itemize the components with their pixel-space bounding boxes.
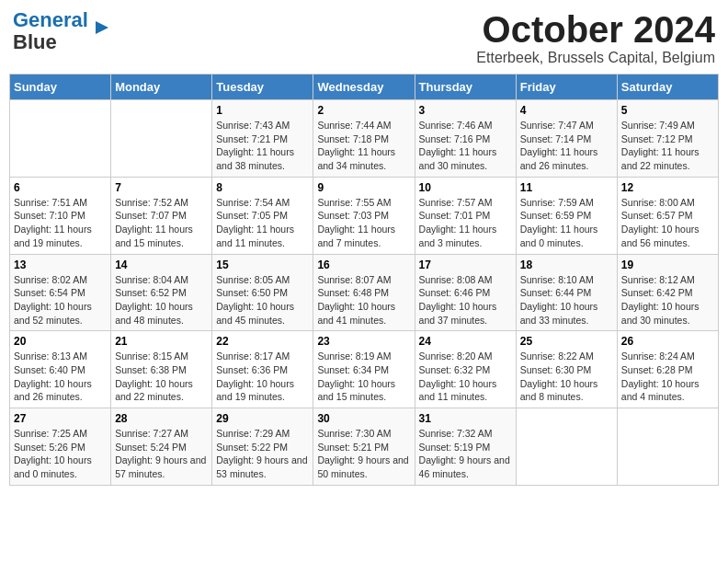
calendar-cell: 19Sunrise: 8:12 AM Sunset: 6:42 PM Dayli…	[617, 254, 718, 331]
calendar-cell: 14Sunrise: 8:04 AM Sunset: 6:52 PM Dayli…	[111, 254, 212, 331]
calendar-week-row: 13Sunrise: 8:02 AM Sunset: 6:54 PM Dayli…	[10, 254, 719, 331]
day-info: Sunrise: 7:32 AM Sunset: 5:19 PM Dayligh…	[419, 427, 512, 481]
day-number: 28	[115, 412, 208, 425]
calendar-cell	[516, 408, 617, 486]
page-header: General Blue October 2024 Etterbeek, Bru…	[9, 9, 719, 66]
day-number: 10	[419, 181, 512, 194]
day-info: Sunrise: 8:19 AM Sunset: 6:34 PM Dayligh…	[317, 350, 410, 404]
calendar-cell: 13Sunrise: 8:02 AM Sunset: 6:54 PM Dayli…	[10, 254, 111, 331]
day-info: Sunrise: 7:59 AM Sunset: 6:59 PM Dayligh…	[520, 196, 613, 250]
day-number: 12	[621, 181, 714, 194]
calendar-cell: 3Sunrise: 7:46 AM Sunset: 7:16 PM Daylig…	[415, 100, 516, 178]
day-info: Sunrise: 7:54 AM Sunset: 7:05 PM Dayligh…	[216, 196, 309, 250]
day-number: 24	[419, 335, 512, 348]
day-number: 6	[14, 181, 107, 194]
day-number: 18	[520, 259, 613, 271]
day-number: 5	[621, 104, 714, 117]
day-header: Friday	[516, 75, 617, 100]
day-number: 20	[14, 335, 107, 348]
day-info: Sunrise: 7:52 AM Sunset: 7:07 PM Dayligh…	[115, 196, 208, 250]
day-info: Sunrise: 7:43 AM Sunset: 7:21 PM Dayligh…	[216, 119, 309, 173]
day-number: 22	[216, 335, 309, 348]
page-title: October 2024	[476, 9, 715, 50]
day-number: 7	[115, 181, 208, 194]
day-number: 3	[419, 104, 512, 117]
calendar-cell: 22Sunrise: 8:17 AM Sunset: 6:36 PM Dayli…	[212, 331, 313, 408]
calendar-cell: 21Sunrise: 8:15 AM Sunset: 6:38 PM Dayli…	[111, 331, 212, 408]
day-info: Sunrise: 8:17 AM Sunset: 6:36 PM Dayligh…	[216, 350, 309, 404]
calendar-body: 1Sunrise: 7:43 AM Sunset: 7:21 PM Daylig…	[10, 100, 719, 486]
calendar-table: SundayMondayTuesdayWednesdayThursdayFrid…	[9, 74, 719, 486]
calendar-cell: 8Sunrise: 7:54 AM Sunset: 7:05 PM Daylig…	[212, 177, 313, 254]
day-header: Sunday	[10, 75, 111, 100]
logo: General Blue	[13, 9, 112, 53]
day-info: Sunrise: 7:57 AM Sunset: 7:01 PM Dayligh…	[419, 196, 512, 250]
day-header: Thursday	[415, 75, 516, 100]
day-info: Sunrise: 7:55 AM Sunset: 7:03 PM Dayligh…	[317, 196, 410, 250]
day-number: 11	[520, 181, 613, 194]
day-number: 25	[520, 335, 613, 348]
day-number: 4	[520, 104, 613, 117]
calendar-cell	[10, 100, 111, 178]
calendar-cell: 20Sunrise: 8:13 AM Sunset: 6:40 PM Dayli…	[10, 331, 111, 408]
calendar-cell: 11Sunrise: 7:59 AM Sunset: 6:59 PM Dayli…	[516, 177, 617, 254]
calendar-cell	[617, 408, 718, 486]
day-number: 15	[216, 259, 309, 271]
day-info: Sunrise: 8:22 AM Sunset: 6:30 PM Dayligh…	[520, 350, 613, 404]
day-info: Sunrise: 7:27 AM Sunset: 5:24 PM Dayligh…	[115, 427, 208, 481]
day-info: Sunrise: 7:47 AM Sunset: 7:14 PM Dayligh…	[520, 119, 613, 173]
day-info: Sunrise: 8:10 AM Sunset: 6:44 PM Dayligh…	[520, 273, 613, 327]
day-number: 27	[14, 412, 107, 425]
calendar-cell: 7Sunrise: 7:52 AM Sunset: 7:07 PM Daylig…	[111, 177, 212, 254]
day-number: 2	[317, 104, 410, 117]
calendar-cell: 25Sunrise: 8:22 AM Sunset: 6:30 PM Dayli…	[516, 331, 617, 408]
logo-text: General Blue	[13, 9, 88, 53]
calendar-cell: 17Sunrise: 8:08 AM Sunset: 6:46 PM Dayli…	[415, 254, 516, 331]
day-number: 13	[14, 259, 107, 271]
calendar-cell: 18Sunrise: 8:10 AM Sunset: 6:44 PM Dayli…	[516, 254, 617, 331]
day-info: Sunrise: 8:24 AM Sunset: 6:28 PM Dayligh…	[621, 350, 714, 404]
day-info: Sunrise: 7:25 AM Sunset: 5:26 PM Dayligh…	[14, 427, 107, 481]
calendar-cell: 28Sunrise: 7:27 AM Sunset: 5:24 PM Dayli…	[111, 408, 212, 486]
day-info: Sunrise: 8:00 AM Sunset: 6:57 PM Dayligh…	[621, 196, 714, 250]
calendar-cell: 27Sunrise: 7:25 AM Sunset: 5:26 PM Dayli…	[10, 408, 111, 486]
calendar-cell: 9Sunrise: 7:55 AM Sunset: 7:03 PM Daylig…	[313, 177, 415, 254]
calendar-cell: 5Sunrise: 7:49 AM Sunset: 7:12 PM Daylig…	[617, 100, 718, 178]
day-info: Sunrise: 7:46 AM Sunset: 7:16 PM Dayligh…	[419, 119, 512, 173]
day-number: 31	[419, 412, 512, 425]
day-info: Sunrise: 8:12 AM Sunset: 6:42 PM Dayligh…	[621, 273, 714, 327]
calendar-cell: 4Sunrise: 7:47 AM Sunset: 7:14 PM Daylig…	[516, 100, 617, 178]
day-number: 30	[317, 412, 410, 425]
day-info: Sunrise: 7:30 AM Sunset: 5:21 PM Dayligh…	[317, 427, 410, 481]
day-header: Wednesday	[313, 75, 415, 100]
title-block: October 2024 Etterbeek, Brussels Capital…	[476, 9, 715, 66]
day-info: Sunrise: 8:02 AM Sunset: 6:54 PM Dayligh…	[14, 273, 107, 327]
day-info: Sunrise: 8:08 AM Sunset: 6:46 PM Dayligh…	[419, 273, 512, 327]
day-info: Sunrise: 7:51 AM Sunset: 7:10 PM Dayligh…	[14, 196, 107, 250]
day-number: 1	[216, 104, 309, 117]
day-number: 26	[621, 335, 714, 348]
calendar-week-row: 6Sunrise: 7:51 AM Sunset: 7:10 PM Daylig…	[10, 177, 719, 254]
calendar-cell: 30Sunrise: 7:30 AM Sunset: 5:21 PM Dayli…	[313, 408, 415, 486]
calendar-cell: 16Sunrise: 8:07 AM Sunset: 6:48 PM Dayli…	[313, 254, 415, 331]
calendar-header-row: SundayMondayTuesdayWednesdayThursdayFrid…	[10, 75, 719, 100]
day-number: 9	[317, 181, 410, 194]
calendar-cell: 15Sunrise: 8:05 AM Sunset: 6:50 PM Dayli…	[212, 254, 313, 331]
calendar-week-row: 20Sunrise: 8:13 AM Sunset: 6:40 PM Dayli…	[10, 331, 719, 408]
page-subtitle: Etterbeek, Brussels Capital, Belgium	[476, 50, 715, 66]
day-info: Sunrise: 8:20 AM Sunset: 6:32 PM Dayligh…	[419, 350, 512, 404]
day-info: Sunrise: 8:15 AM Sunset: 6:38 PM Dayligh…	[115, 350, 208, 404]
calendar-week-row: 27Sunrise: 7:25 AM Sunset: 5:26 PM Dayli…	[10, 408, 719, 486]
day-info: Sunrise: 7:44 AM Sunset: 7:18 PM Dayligh…	[317, 119, 410, 173]
calendar-cell: 24Sunrise: 8:20 AM Sunset: 6:32 PM Dayli…	[415, 331, 516, 408]
day-info: Sunrise: 7:49 AM Sunset: 7:12 PM Dayligh…	[621, 119, 714, 173]
calendar-cell	[111, 100, 212, 178]
day-number: 8	[216, 181, 309, 194]
day-info: Sunrise: 8:07 AM Sunset: 6:48 PM Dayligh…	[317, 273, 410, 327]
day-number: 29	[216, 412, 309, 425]
day-info: Sunrise: 8:05 AM Sunset: 6:50 PM Dayligh…	[216, 273, 309, 327]
day-header: Monday	[111, 75, 212, 100]
day-number: 14	[115, 259, 208, 271]
calendar-cell: 2Sunrise: 7:44 AM Sunset: 7:18 PM Daylig…	[313, 100, 415, 178]
calendar-cell: 6Sunrise: 7:51 AM Sunset: 7:10 PM Daylig…	[10, 177, 111, 254]
